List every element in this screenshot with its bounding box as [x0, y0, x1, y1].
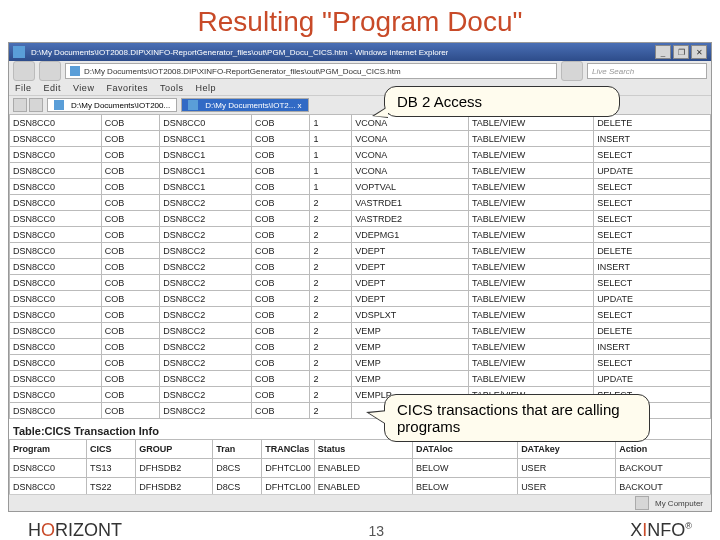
logo-horizont: HORIZONT [28, 520, 122, 540]
db2-access-table: DSN8CC0COBDSN8CC0COB1VCONATABLE/VIEWDELE… [9, 114, 711, 419]
window-title-text: D:\My Documents\IOT2008.DIP\XINFO-Report… [31, 48, 448, 57]
menu-file[interactable]: File [15, 83, 32, 93]
search-box[interactable]: Live Search [587, 63, 707, 79]
forward-button[interactable] [39, 61, 61, 81]
table-row: DSN8CC0COBDSN8CC2COB2VASTRDE1TABLE/VIEWS… [10, 195, 711, 211]
table-row: DSN8CC0COBDSN8CC1COB1VCONATABLE/VIEWSELE… [10, 147, 711, 163]
menu-tools[interactable]: Tools [160, 83, 184, 93]
table-row: DSN8CC0COBDSN8CC2COB2VDEPTTABLE/VIEWDELE… [10, 243, 711, 259]
table-row: DSN8CC0COBDSN8CC2COB2VEMPTABLE/VIEWDELET… [10, 323, 711, 339]
table-row: DSN8CC0COBDSN8CC2COB2VDEPTTABLE/VIEWSELE… [10, 275, 711, 291]
tab-favicon-icon [188, 100, 198, 110]
page-number: 13 [368, 523, 384, 539]
menu-edit[interactable]: Edit [44, 83, 62, 93]
slide-title: Resulting "Program Docu" [0, 0, 720, 42]
ie-icon [13, 46, 25, 58]
table-row: DSN8CC0COBDSN8CC2COB2VDEPTTABLE/VIEWINSE… [10, 259, 711, 275]
page-favicon-icon [70, 66, 80, 76]
menu-view[interactable]: View [73, 83, 94, 93]
callout-cics: CICS transactions that are calling progr… [384, 394, 650, 442]
table-row: DSN8CC0COBDSN8CC1COB1VCONATABLE/VIEWUPDA… [10, 163, 711, 179]
maximize-button[interactable]: ❐ [673, 45, 689, 59]
menu-favorites[interactable]: Favorites [106, 83, 148, 93]
table-row: DSN8CC0COBDSN8CC2COB2VDSPLXTTABLE/VIEWSE… [10, 307, 711, 323]
status-text: My Computer [655, 499, 703, 508]
browser-tab-2[interactable]: D:\My Documents\IOT2... x [181, 98, 308, 112]
tab-favicon-icon [54, 100, 64, 110]
logo-xinfo: XINFO® [630, 520, 692, 540]
table-row: DSN8CC0TS13DFHSDB2D8CSDFHTCL00ENABLEDBEL… [10, 459, 711, 478]
browser-tab-1[interactable]: D:\My Documents\IOT200... [47, 98, 177, 112]
table-row: DSN8CC0TS22DFHSDB2D8CSDFHTCL00ENABLEDBEL… [10, 478, 711, 495]
table-row: DSN8CC0COBDSN8CC1COB1VOPTVALTABLE/VIEWSE… [10, 179, 711, 195]
table-row: DSN8CC0COBDSN8CC2COB2VDEPTTABLE/VIEWUPDA… [10, 291, 711, 307]
table-row: DSN8CC0COBDSN8CC2COB2VASTRDE2TABLE/VIEWS… [10, 211, 711, 227]
table-row: DSN8CC0COBDSN8CC2COB2VEMPTABLE/VIEWUPDAT… [10, 371, 711, 387]
table-row: DSN8CC0COBDSN8CC1COB1VCONATABLE/VIEWINSE… [10, 131, 711, 147]
status-bar: My Computer [9, 494, 711, 511]
table-row: DSN8CC0COBDSN8CC2COB2VDEPMG1TABLE/VIEWSE… [10, 227, 711, 243]
favorites-icon[interactable] [13, 98, 27, 112]
address-bar[interactable]: D:\My Documents\IOT2008.DIP\XINFO-Report… [65, 63, 557, 79]
menu-help[interactable]: Help [195, 83, 216, 93]
add-favorite-icon[interactable] [29, 98, 43, 112]
refresh-button[interactable] [561, 61, 583, 81]
cics-transaction-table: ProgramCICSGROUPTranTRANClasStatusDATAlo… [9, 439, 711, 494]
address-bar-row: D:\My Documents\IOT2008.DIP\XINFO-Report… [9, 61, 711, 81]
table-header-row: ProgramCICSGROUPTranTRANClasStatusDATAlo… [10, 440, 711, 459]
table-row: DSN8CC0COBDSN8CC2COB2VEMPTABLE/VIEWSELEC… [10, 355, 711, 371]
close-button[interactable]: ✕ [691, 45, 707, 59]
slide-footer: HORIZONT 13 XINFO® [0, 512, 720, 540]
minimize-button[interactable]: _ [655, 45, 671, 59]
callout-db2: DB 2 Access [384, 86, 620, 117]
window-titlebar: D:\My Documents\IOT2008.DIP\XINFO-Report… [9, 43, 711, 61]
table-row: DSN8CC0COBDSN8CC2COB2VEMPTABLE/VIEWINSER… [10, 339, 711, 355]
zone-icon [635, 496, 649, 510]
back-button[interactable] [13, 61, 35, 81]
